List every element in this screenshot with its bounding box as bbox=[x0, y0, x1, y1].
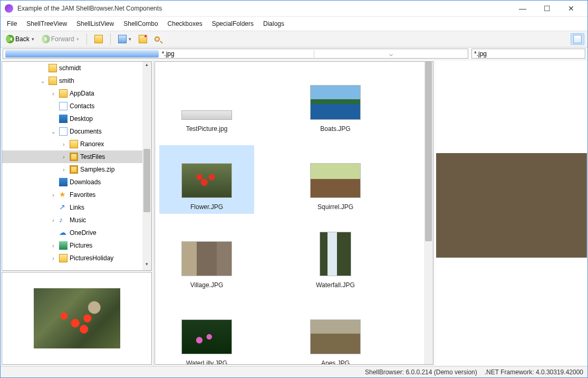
expand-icon[interactable]: › bbox=[60, 141, 68, 147]
tree-node-label: Contacts bbox=[70, 102, 94, 110]
tree-node[interactable]: ↗Links bbox=[2, 201, 151, 214]
left-pane: schmidt⌄smith›AppDataContactsDesktop⌄Doc… bbox=[1, 60, 153, 366]
tree-node-label: Desktop bbox=[70, 115, 93, 122]
file-thumbnail bbox=[181, 241, 232, 276]
menu-shelltreeview[interactable]: ShellTreeView bbox=[26, 20, 67, 27]
search-icon bbox=[155, 36, 160, 42]
folder-tree[interactable]: schmidt⌄smith›AppDataContactsDesktop⌄Doc… bbox=[2, 61, 152, 271]
new-folder-button[interactable] bbox=[137, 34, 149, 44]
tree-node[interactable]: ›★Favorites bbox=[2, 188, 151, 201]
scroll-down-icon[interactable]: ▾ bbox=[142, 261, 151, 270]
forward-button[interactable]: Forward ▾ bbox=[40, 34, 81, 44]
window-buttons: — ☐ ✕ bbox=[510, 1, 583, 16]
file-item[interactable]: TestPicture.jpg bbox=[159, 67, 254, 136]
folder-up-icon bbox=[94, 35, 103, 43]
path-dropdown-icon[interactable]: ⌵ bbox=[314, 50, 468, 58]
scroll-thumb[interactable] bbox=[143, 149, 150, 212]
file-item[interactable]: Flower.JPG bbox=[159, 145, 254, 214]
menu-shelllistview[interactable]: ShellListView bbox=[76, 20, 114, 27]
tree-scrollbar[interactable]: ▴ ▾ bbox=[142, 62, 151, 270]
filter-text: *.jpg bbox=[474, 50, 487, 58]
forward-dropdown-icon: ▾ bbox=[76, 36, 79, 42]
tree-node-label: smith bbox=[59, 77, 74, 84]
status-framework-version: .NET Framework: 4.0.30319.42000 bbox=[485, 368, 583, 376]
preview-pane-icon bbox=[573, 35, 582, 43]
large-preview-image bbox=[436, 153, 587, 258]
expand-icon[interactable]: › bbox=[50, 243, 57, 249]
minimize-button[interactable]: — bbox=[510, 1, 535, 16]
app-icon bbox=[5, 4, 13, 13]
file-list[interactable]: TestPicture.jpgBoats.JPGFlower.JPGSquirr… bbox=[155, 61, 433, 365]
menu-file[interactable]: File bbox=[7, 20, 17, 27]
folder-up-button[interactable] bbox=[92, 34, 105, 44]
tree-node[interactable]: ›TestFiles bbox=[2, 150, 151, 163]
expand-icon[interactable]: ⌄ bbox=[50, 129, 57, 135]
app-window: Example of the JAM ShellBrowser.Net Comp… bbox=[0, 0, 588, 378]
file-name: Boats.JPG bbox=[320, 125, 350, 133]
path-combo[interactable]: *.jpg ⌵ bbox=[3, 49, 468, 59]
menu-specialfolders[interactable]: SpecialFolders bbox=[212, 20, 254, 27]
expand-icon[interactable]: › bbox=[60, 154, 68, 160]
menu-checkboxes[interactable]: Checkboxes bbox=[168, 20, 203, 27]
file-thumbnail bbox=[310, 319, 361, 354]
expand-icon[interactable]: › bbox=[50, 256, 57, 261]
list-scrollbar[interactable] bbox=[424, 62, 433, 364]
tree-node[interactable]: ›♪Music bbox=[2, 214, 151, 226]
tree-node[interactable]: Contacts bbox=[2, 100, 151, 112]
file-item[interactable]: WaterLilly.JPG bbox=[159, 301, 254, 365]
file-item[interactable]: Boats.JPG bbox=[288, 67, 383, 136]
menu-shellcombo[interactable]: ShellCombo bbox=[123, 20, 158, 27]
path-text: *.jpg bbox=[161, 50, 314, 58]
scroll-up-icon[interactable]: ▴ bbox=[142, 62, 151, 71]
search-button[interactable] bbox=[152, 35, 162, 43]
maximize-button[interactable]: ☐ bbox=[535, 1, 559, 16]
right-preview-pane bbox=[435, 60, 587, 366]
expand-icon[interactable]: › bbox=[50, 192, 57, 198]
tree-node[interactable]: ⌄smith bbox=[2, 74, 151, 87]
tree-node[interactable]: ›Pictures bbox=[2, 239, 151, 252]
back-label: Back bbox=[15, 35, 30, 43]
tree-node-label: Downloads bbox=[70, 178, 101, 186]
file-item[interactable]: Apes.JPG bbox=[288, 301, 383, 365]
toolbar-separator bbox=[86, 33, 87, 45]
file-thumbnail bbox=[320, 232, 351, 276]
tree-node-label: schmidt bbox=[59, 64, 81, 72]
tree-node[interactable]: ☁OneDrive bbox=[2, 226, 151, 239]
tree-node-label: Favorites bbox=[70, 191, 95, 199]
filter-input[interactable]: *.jpg bbox=[471, 49, 585, 59]
tree-node[interactable]: schmidt bbox=[2, 62, 151, 74]
tree-node-label: TestFiles bbox=[80, 153, 105, 160]
file-name: Apes.JPG bbox=[321, 360, 350, 365]
tree-node[interactable]: ›Ranorex bbox=[2, 138, 151, 150]
tree-node[interactable]: Downloads bbox=[2, 176, 151, 188]
menu-dialogs[interactable]: Dialogs bbox=[263, 20, 284, 27]
expand-icon[interactable]: › bbox=[50, 91, 57, 97]
file-item[interactable]: Village.JPG bbox=[159, 223, 254, 292]
tree-node[interactable]: Desktop bbox=[2, 112, 151, 125]
expand-icon[interactable]: ⌄ bbox=[39, 78, 46, 84]
file-item[interactable]: Waterfall.JPG bbox=[288, 223, 383, 292]
tree-node[interactable]: ⌄Documents bbox=[2, 125, 151, 138]
tree-node[interactable]: ›Samples.zip bbox=[2, 163, 151, 176]
forward-icon bbox=[42, 35, 50, 43]
close-button[interactable]: ✕ bbox=[559, 1, 583, 16]
views-button[interactable]: ▾ bbox=[116, 34, 133, 44]
tree-node-label: Documents bbox=[70, 128, 102, 135]
file-item[interactable]: Squirrel.JPG bbox=[288, 145, 383, 214]
toolbar-separator bbox=[110, 33, 111, 45]
titlebar: Example of the JAM ShellBrowser.Net Comp… bbox=[1, 1, 587, 17]
back-button[interactable]: Back ▾ bbox=[4, 34, 36, 44]
file-name: WaterLilly.JPG bbox=[186, 360, 227, 365]
expand-icon[interactable]: › bbox=[60, 167, 68, 173]
expand-icon[interactable]: › bbox=[50, 218, 57, 223]
tree-node[interactable]: ›AppData bbox=[2, 87, 151, 100]
file-thumbnail bbox=[310, 163, 361, 198]
toggle-preview-button[interactable] bbox=[571, 33, 584, 45]
file-thumbnail bbox=[181, 163, 232, 198]
tree-node-label: Links bbox=[70, 204, 84, 211]
views-dropdown-icon: ▾ bbox=[129, 36, 131, 42]
file-name: Squirrel.JPG bbox=[317, 203, 353, 211]
scroll-thumb[interactable] bbox=[425, 62, 432, 241]
file-thumbnail bbox=[181, 110, 232, 120]
tree-node[interactable]: ›PicturesHoliday bbox=[2, 252, 151, 264]
